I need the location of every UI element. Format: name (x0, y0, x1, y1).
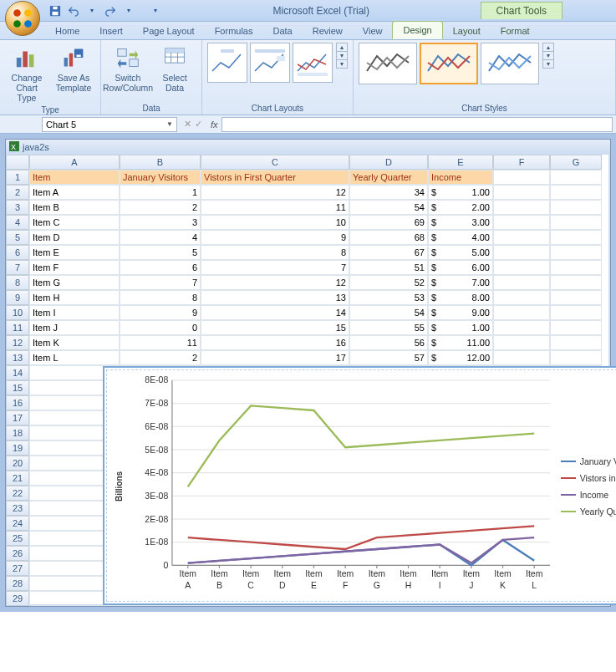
workbook-window: X java2s ABCDEFG1ItemJanuary VisitorsVis… (5, 139, 611, 607)
svg-point-0 (13, 9, 21, 17)
svg-rect-8 (23, 52, 28, 68)
workbook-area: X java2s ABCDEFG1ItemJanuary VisitorsVis… (0, 134, 616, 612)
svg-text:L: L (532, 581, 537, 590)
svg-text:I: I (439, 581, 441, 590)
svg-text:Item: Item (400, 569, 417, 578)
col-header-D[interactable]: D (349, 155, 428, 170)
tab-insert[interactable]: Insert (89, 23, 133, 39)
qat-customize-icon[interactable]: ▾ (149, 4, 162, 18)
col-header-F[interactable]: F (493, 155, 550, 170)
legend-item: Yearly Quarter (561, 507, 616, 517)
redo-icon[interactable] (104, 4, 117, 18)
switch-row-column-button[interactable]: Switch Row/Column (106, 43, 150, 94)
enter-formula-icon[interactable]: ✓ (195, 119, 202, 130)
svg-text:J: J (469, 581, 473, 590)
header-cell[interactable]: Income (428, 170, 493, 185)
col-header-B[interactable]: B (120, 155, 201, 170)
tab-formulas[interactable]: Formulas (205, 23, 263, 39)
chart-ylabel: Billions (113, 374, 125, 598)
svg-text:Item: Item (242, 569, 260, 578)
svg-point-1 (24, 9, 32, 17)
group-type: Change Chart Type Save As Template Type (0, 40, 101, 115)
col-header-G[interactable]: G (550, 155, 602, 170)
save-icon[interactable] (48, 4, 62, 18)
svg-text:6E-08: 6E-08 (145, 422, 168, 431)
save-template-button[interactable]: Save As Template (52, 43, 95, 94)
ribbon: Change Chart Type Save As Template Type … (0, 40, 616, 115)
svg-text:Item: Item (431, 569, 449, 578)
undo-icon[interactable] (67, 4, 80, 18)
save-template-icon (60, 44, 87, 71)
style-thumb-2[interactable] (420, 43, 478, 84)
svg-text:A: A (185, 581, 191, 590)
dropdown2-icon[interactable]: ▾ (122, 4, 135, 18)
tab-home[interactable]: Home (45, 23, 89, 39)
svg-rect-6 (53, 6, 57, 9)
embedded-chart[interactable]: Billions01E-082E-083E-084E-085E-086E-087… (103, 366, 616, 605)
workbook-title-bar: X java2s (6, 140, 610, 155)
change-chart-type-button[interactable]: Change Chart Type (5, 43, 48, 104)
header-cell[interactable]: Item (29, 170, 120, 185)
group-chart-layouts: ▴▾▾ Chart Layouts (202, 40, 354, 115)
legend-item: Income (561, 490, 616, 500)
layout-thumb-2[interactable] (250, 43, 290, 83)
fx-icon[interactable]: fx (211, 120, 218, 130)
name-box[interactable]: Chart 5▼ (42, 117, 177, 132)
formula-bar-row: Chart 5▼ ✕ ✓ fx (0, 115, 616, 134)
chart-legend: January VisitorsVistors in First Quarter… (561, 374, 616, 598)
col-header-C[interactable]: C (201, 155, 349, 170)
svg-text:7E-08: 7E-08 (145, 399, 168, 408)
layout-gallery-arrows[interactable]: ▴▾▾ (336, 43, 348, 69)
tab-view[interactable]: View (353, 23, 393, 39)
spreadsheet-grid[interactable]: ABCDEFG1ItemJanuary VisitorsVistors in F… (6, 155, 610, 606)
office-button[interactable] (5, 1, 40, 36)
svg-rect-15 (130, 59, 139, 67)
svg-text:Item: Item (526, 569, 543, 578)
switch-icon (115, 44, 141, 71)
tab-page-layout[interactable]: Page Layout (133, 23, 205, 39)
svg-text:C: C (247, 581, 254, 590)
header-cell[interactable]: Vistors in First Quarter (201, 170, 349, 185)
select-data-button[interactable]: Select Data (153, 43, 196, 94)
dropdown1-icon[interactable]: ▾ (85, 4, 99, 18)
chart-tools-label: Chart Tools (481, 2, 563, 19)
chart-type-icon (13, 44, 40, 71)
svg-text:Item: Item (211, 569, 228, 578)
chart-plot: 01E-082E-083E-084E-085E-086E-087E-088E-0… (125, 374, 554, 598)
svg-text:2E-08: 2E-08 (145, 515, 168, 524)
svg-rect-23 (255, 49, 285, 53)
layout-thumb-3[interactable] (293, 43, 333, 83)
tab-layout[interactable]: Layout (443, 23, 491, 39)
svg-rect-25 (298, 73, 328, 76)
svg-text:E: E (311, 581, 317, 590)
svg-rect-11 (69, 53, 73, 67)
layout-thumb-1[interactable] (207, 43, 247, 83)
legend-item: January Visitors (561, 456, 616, 466)
svg-text:5E-08: 5E-08 (145, 445, 168, 455)
svg-text:Item: Item (274, 569, 292, 578)
svg-text:D: D (279, 581, 286, 590)
header-cell[interactable]: Yearly Quarter (349, 170, 428, 185)
col-header-E[interactable]: E (428, 155, 493, 170)
tab-review[interactable]: Review (303, 23, 353, 39)
svg-point-2 (13, 20, 21, 28)
svg-text:4E-08: 4E-08 (145, 468, 168, 477)
quick-access-toolbar: ▾ ▾ ▾ (48, 4, 162, 18)
style-thumb-3[interactable] (481, 43, 539, 84)
title-bar: ▾ ▾ ▾ Microsoft Excel (Trial) Chart Tool… (0, 0, 616, 22)
style-thumb-1[interactable] (359, 43, 417, 84)
tab-design[interactable]: Design (392, 21, 442, 39)
style-gallery-arrows[interactable]: ▴▾▾ (542, 43, 554, 69)
svg-rect-7 (17, 58, 22, 67)
layout-gallery (207, 43, 333, 83)
col-header-A[interactable]: A (29, 155, 120, 170)
svg-rect-22 (221, 49, 234, 53)
header-cell[interactable]: January Visitors (120, 170, 201, 185)
cancel-formula-icon[interactable]: ✕ (184, 119, 191, 130)
group-data: Switch Row/Column Select Data Data (101, 40, 202, 115)
tab-format[interactable]: Format (491, 23, 540, 39)
svg-rect-5 (53, 11, 59, 14)
formula-input[interactable] (221, 117, 613, 132)
ribbon-tabs: Home Insert Page Layout Formulas Data Re… (0, 22, 616, 40)
tab-data[interactable]: Data (262, 23, 302, 39)
